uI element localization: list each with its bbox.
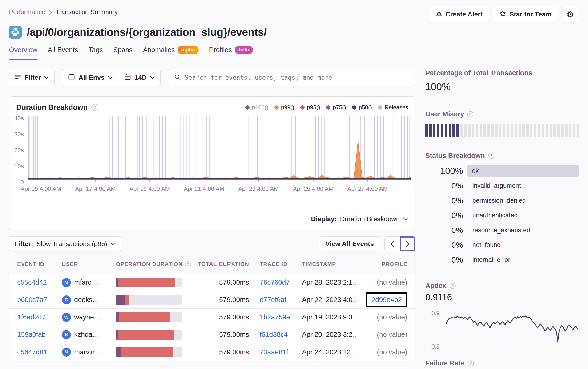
search-input[interactable] <box>185 74 410 81</box>
status-row-resource_exhausted: 0%resource_exhausted <box>425 224 579 236</box>
operation-duration-bar <box>116 330 182 340</box>
duration-chart: 40s30s20s10s0 <box>9 113 415 182</box>
help-icon[interactable]: ? <box>450 283 456 289</box>
failure-rate-heading: Failure Rate ? <box>425 359 579 367</box>
main-column: Filter All Envs 14D <box>9 69 415 361</box>
timestamp: Apr 28, 2023 2:1… <box>302 279 366 286</box>
next-page-button[interactable] <box>400 236 415 251</box>
x-tick-label: Apr 17 4:00 AM <box>75 185 116 192</box>
chevron-right-icon <box>406 241 410 247</box>
table-body: c55c4d42Mmfaro…579.00ms76c760d7Apr 28, 2… <box>9 274 415 361</box>
tab-anomalies[interactable]: Anomaliesalpha <box>143 46 199 60</box>
misery-tick <box>472 124 474 137</box>
env-date-group: All Envs 14D <box>62 69 160 86</box>
help-icon[interactable]: ? <box>91 104 98 111</box>
tab-overview[interactable]: Overview <box>9 46 37 60</box>
event-id-link[interactable]: 1f6ed2d7 <box>17 313 46 321</box>
trace-id-link[interactable]: f61d38c4 <box>260 331 288 339</box>
tab-spans[interactable]: Spans <box>113 46 133 60</box>
trace-id-link[interactable]: 76c760d7 <box>260 279 290 286</box>
help-icon[interactable]: ? <box>488 153 494 159</box>
chevron-down-icon <box>44 76 49 79</box>
event-id-link[interactable]: c55c4d42 <box>17 279 47 286</box>
misery-tick <box>526 124 529 137</box>
events-filter-dropdown[interactable]: Filter: Slow Transactions (p95) <box>9 236 121 251</box>
tab-tags[interactable]: Tags <box>88 46 103 60</box>
misery-tick <box>441 124 443 137</box>
help-icon[interactable]: ? <box>467 111 473 117</box>
environment-value: All Envs <box>78 74 104 81</box>
top-bar: Performance Transaction Summary Create A… <box>0 0 588 22</box>
date-range-dropdown[interactable]: 14D <box>118 69 160 86</box>
legend-item-p75[interactable]: p75() <box>326 104 346 111</box>
tab-all-events[interactable]: All Events <box>48 46 78 60</box>
display-dropdown[interactable]: Duration Breakdown <box>340 215 408 223</box>
legend-label: p100() <box>252 104 268 111</box>
duration-breakdown-card: Duration Breakdown ? p100()p99()p95()p75… <box>9 96 415 230</box>
table-row: b600c7a7Ggeeks…579.00mse77ef6afApr 22, 2… <box>9 291 415 309</box>
legend-item-p99[interactable]: p99() <box>274 104 294 111</box>
misery-tick <box>569 124 571 137</box>
event-id-link[interactable]: 159a0fab <box>17 331 46 339</box>
event-id-link[interactable]: c5647d81 <box>17 348 47 356</box>
misery-tick <box>550 124 552 137</box>
timestamp: Apr 24, 2023 12:… <box>302 348 366 356</box>
display-row: Display: Duration Breakdown <box>9 208 415 230</box>
chart-legend: p100()p99()p95()p75()p50()Releases <box>245 104 408 111</box>
event-id-link[interactable]: b600c7a7 <box>17 296 47 304</box>
total-duration: 579.00ms <box>194 296 249 304</box>
avatar: M <box>62 278 71 287</box>
profile-no-value: (no value) <box>377 331 407 339</box>
user-misery-score-bar <box>425 124 579 137</box>
tab-label: Anomalies <box>143 46 175 54</box>
profile-link[interactable]: 2d99e4b2 <box>371 296 402 303</box>
misery-tick <box>542 124 544 137</box>
user-name: wayne.… <box>74 313 103 321</box>
environment-dropdown[interactable]: All Envs <box>62 69 118 86</box>
total-duration: 579.00ms <box>194 279 249 286</box>
legend-item-Releases[interactable]: Releases <box>378 104 408 111</box>
apdex-chart: 0.9 0.8 <box>425 307 579 349</box>
total-duration: 579.00ms <box>194 348 249 356</box>
table-row: 159a0fabKkzhda…579.00msf61d38c4Apr 20, 2… <box>9 326 415 343</box>
filter-dropdown[interactable]: Filter <box>9 69 55 86</box>
pagination <box>384 236 415 251</box>
beta-badge: beta <box>235 46 253 54</box>
trace-id-link[interactable]: 73aae81f <box>260 348 288 356</box>
events-toolbar: Filter: Slow Transactions (p95) View All… <box>9 236 415 251</box>
star-for-team-button[interactable]: Star for Team <box>493 7 558 22</box>
help-icon[interactable]: ? <box>185 261 191 268</box>
create-alert-button[interactable]: Create Alert <box>429 7 489 22</box>
breadcrumb-performance[interactable]: Performance <box>9 9 45 16</box>
legend-item-p100[interactable]: p100() <box>245 104 268 111</box>
status-percent: 0% <box>425 255 463 264</box>
column-trace-id: Trace ID <box>249 261 302 268</box>
legend-label: p75() <box>333 104 346 111</box>
chevron-left-icon <box>390 241 394 247</box>
legend-dot <box>245 105 250 110</box>
status-row-not_found: 0%not_found <box>425 239 579 250</box>
trace-id-link[interactable]: 1b2a759a <box>260 313 290 321</box>
help-icon[interactable]: ? <box>468 360 474 366</box>
avatar: M <box>62 348 71 357</box>
misery-tick <box>476 124 478 137</box>
legend-item-p95[interactable]: p95() <box>300 104 320 111</box>
pct-total-value: 100% <box>425 81 579 92</box>
settings-button[interactable]: ⚙ <box>562 7 579 22</box>
status-label: unauthenticated <box>467 210 579 221</box>
misery-tick <box>561 124 564 137</box>
y-tick-label: 30s <box>14 131 24 138</box>
tab-profiles[interactable]: Profilesbeta <box>209 46 253 60</box>
misery-tick <box>460 124 462 137</box>
timestamp: Apr 20, 2023 3:2… <box>302 331 366 339</box>
legend-item-p50[interactable]: p50() <box>352 104 372 111</box>
view-all-events-button[interactable]: View All Events <box>319 236 380 251</box>
siren-icon <box>435 10 443 19</box>
apdex-y-top-label: 0.9 <box>431 310 440 317</box>
date-range-value: 14D <box>134 74 147 81</box>
status-row-ok: 100%ok <box>425 165 579 177</box>
previous-page-button[interactable] <box>384 236 400 251</box>
trace-id-link[interactable]: e77ef6af <box>260 296 286 304</box>
status-percent: 0% <box>425 211 463 220</box>
status-label: ok <box>467 165 579 177</box>
